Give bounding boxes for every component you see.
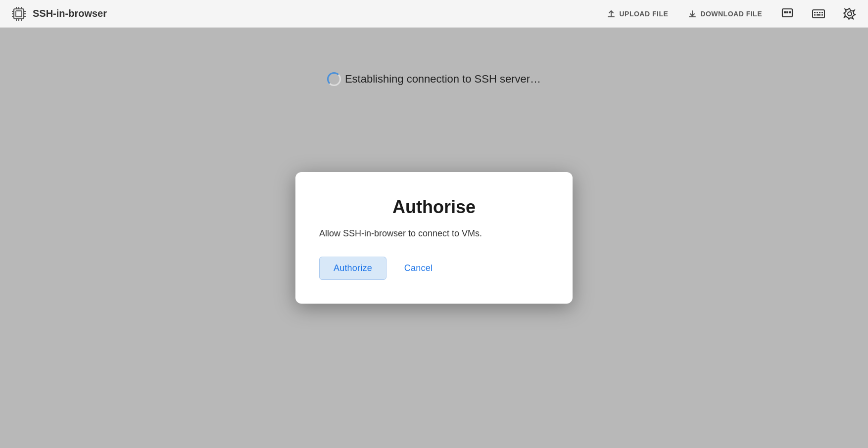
svg-rect-25 xyxy=(819,12,820,13)
svg-rect-26 xyxy=(821,12,823,13)
modal-actions: Authorize Cancel xyxy=(319,257,440,280)
upload-icon xyxy=(607,9,616,18)
upload-file-button[interactable]: UPLOAD FILE xyxy=(604,7,671,20)
chat-icon xyxy=(781,7,794,20)
upload-label: UPLOAD FILE xyxy=(619,10,668,18)
toolbar-left: SSH-in-browser xyxy=(10,5,107,23)
svg-rect-29 xyxy=(821,14,823,16)
cancel-button[interactable]: Cancel xyxy=(396,257,440,279)
svg-rect-27 xyxy=(814,14,816,16)
svg-rect-24 xyxy=(817,12,818,13)
toolbar: SSH-in-browser UPLOAD FILE DOWNLOAD FILE xyxy=(0,0,868,28)
settings-button[interactable] xyxy=(841,5,858,22)
svg-point-30 xyxy=(848,12,852,16)
svg-rect-19 xyxy=(784,11,786,13)
svg-rect-1 xyxy=(16,11,22,17)
svg-rect-21 xyxy=(789,11,791,13)
svg-rect-20 xyxy=(786,11,788,13)
authorize-dialog: Authorise Allow SSH-in-browser to connec… xyxy=(295,172,573,304)
svg-rect-22 xyxy=(813,10,824,18)
app-title: SSH-in-browser xyxy=(33,8,107,19)
chip-icon xyxy=(10,5,28,23)
download-file-button[interactable]: DOWNLOAD FILE xyxy=(685,7,765,20)
keyboard-button[interactable] xyxy=(810,6,827,21)
main-area: Establishing connection to SSH server… A… xyxy=(0,28,868,448)
svg-rect-0 xyxy=(14,9,24,19)
authorize-button[interactable]: Authorize xyxy=(319,257,386,280)
keyboard-icon xyxy=(812,8,825,19)
modal-title: Authorise xyxy=(319,197,549,218)
chat-button[interactable] xyxy=(779,5,796,22)
svg-rect-28 xyxy=(817,14,820,16)
modal-overlay: Authorise Allow SSH-in-browser to connec… xyxy=(0,28,868,448)
toolbar-right: UPLOAD FILE DOWNLOAD FILE xyxy=(604,5,858,22)
modal-description: Allow SSH-in-browser to connect to VMs. xyxy=(319,228,549,239)
download-icon xyxy=(688,9,697,18)
download-label: DOWNLOAD FILE xyxy=(700,10,762,18)
svg-rect-23 xyxy=(814,12,816,13)
settings-icon xyxy=(843,7,856,20)
